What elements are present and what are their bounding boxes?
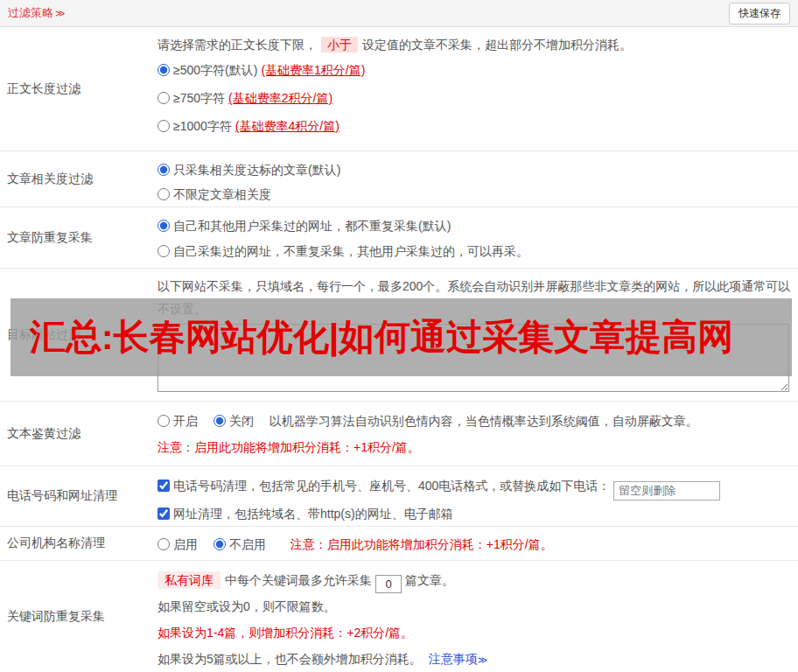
relevance-any-radio[interactable] — [158, 188, 170, 200]
relevance-strict-label: 只采集相关度达标的文章(默认) — [173, 163, 340, 177]
chevron-down-icon: ≫ — [55, 8, 66, 18]
porn-filter-desc: 以机器学习算法自动识别色情内容，当色情概率达到系统阈值，自动屏蔽文章。 — [270, 414, 698, 428]
page-title[interactable]: 过滤策略≫ — [8, 5, 66, 21]
dedup-self-only-radio[interactable] — [158, 245, 170, 257]
row-phone-cleanup: 电话号码和网址清理 电话号码清理，包括常见的手机号、座机号、400电话格式，或替… — [0, 466, 798, 527]
length-filter-intro: 请选择需求的正文长度下限，小于设定值的文章不采集，超出部分不增加积分消耗。 — [158, 33, 791, 56]
chevron-down-icon: ≫ — [478, 654, 488, 665]
keyword-note-zero: 如果留空或设为0，则不限篇数。 — [158, 593, 791, 620]
row-dedup-filter: 文章防重复采集 自己和其他用户采集过的网址，都不重复采集(默认) 自己采集过的网… — [0, 207, 798, 269]
row-company-cleanup: 公司机构名称清理 启用 不启用 注意：启用此功能将增加积分消耗：+1积分/篇。 — [0, 527, 798, 561]
company-on-radio[interactable] — [158, 538, 170, 550]
porn-on-label: 开启 — [173, 414, 198, 428]
site-filter-desc: 以下网站不采集，只填域名，每行一个，最多200个。系统会自动识别并屏蔽那些非文章… — [158, 275, 791, 320]
keyword-limit-suffix: 篇文章。 — [405, 573, 454, 587]
relevance-option-row: 不限定文章相关度 — [158, 182, 791, 206]
length-intro-highlight: 小于 — [321, 37, 358, 52]
length-intro-post: 设定值的文章不采集，超出部分不增加积分消耗。 — [362, 38, 632, 52]
keyword-limit-text: 中每个关键词最多允许采集 — [225, 573, 372, 587]
row-site-filter: 目标网站过滤 以下网站不采集，只填域名，每行一个，最多200个。系统会自动识别并… — [0, 269, 798, 402]
relevance-strict-radio[interactable] — [158, 164, 170, 176]
row-porn-filter: 文本鉴黄过滤 开启 关闭 以机器学习算法自动识别色情内容，当色情概率达到系统阈值… — [0, 402, 798, 466]
porn-off-label: 关闭 — [229, 414, 254, 428]
site-blacklist-textarea[interactable] — [158, 324, 789, 392]
length-intro-pre: 请选择需求的正文长度下限， — [158, 38, 317, 52]
phone-cleanup-row: 电话号码清理，包括常见的手机号、座机号、400电话格式，或替换成如下电话： — [158, 472, 791, 500]
relevance-option-row: 只采集相关度达标的文章(默认) — [158, 158, 791, 182]
company-off-label: 不启用 — [229, 537, 266, 551]
porn-option-row: 开启 关闭 以机器学习算法自动识别色情内容，当色情概率达到系统阈值，自动屏蔽文章… — [158, 408, 791, 434]
length-option-500-rate: (基础费率1积分/篇) — [261, 63, 365, 77]
porn-on-radio[interactable] — [158, 415, 170, 427]
url-cleanup-label: 网址清理，包括纯域名、带http(s)的网址、电子邮箱 — [173, 507, 453, 521]
row-label-keyword-dedup: 关键词防重复采集 — [0, 561, 158, 672]
replace-phone-input[interactable] — [613, 481, 720, 500]
row-length-filter: 正文长度过滤 请选择需求的正文长度下限，小于设定值的文章不采集，超出部分不增加积… — [0, 27, 798, 151]
keyword-limit-row: 私有词库中每个关键词最多允许采集篇文章。 — [158, 567, 791, 593]
row-label-phone-cleanup: 电话号码和网址清理 — [0, 466, 158, 526]
dedup-self-only-label: 自己采集过的网址，不重复采集，其他用户采集过的，可以再采。 — [173, 244, 528, 258]
company-option-row: 启用 不启用 注意：启用此功能将增加积分消耗：+1积分/篇。 — [158, 535, 791, 554]
row-relevance-filter: 文章相关度过滤 只采集相关度达标的文章(默认) 不限定文章相关度 — [0, 151, 798, 207]
company-on-label: 启用 — [173, 537, 198, 551]
length-option-750-radio[interactable] — [158, 92, 170, 104]
keyword-note-five: 如果设为5篇或以上，也不会额外增加积分消耗。注意事项≫ — [158, 646, 791, 672]
notice-link-text: 注意事项 — [429, 652, 478, 666]
length-option-row: ≥1000字符(基础费率4积分/篇) — [158, 112, 791, 140]
length-option-750-label: ≥750字符 — [173, 91, 225, 105]
row-keyword-dedup: 关键词防重复采集 私有词库中每个关键词最多允许采集篇文章。 如果留空或设为0，则… — [0, 561, 798, 672]
notice-link[interactable]: 注意事项≫ — [429, 652, 488, 666]
phone-cleanup-label: 电话号码清理，包括常见的手机号、座机号、400电话格式，或替换成如下电话： — [173, 479, 610, 493]
length-option-1000-radio[interactable] — [158, 120, 170, 132]
porn-filter-note: 注意：启用此功能将增加积分消耗：+1积分/篇。 — [158, 434, 791, 460]
page-title-text: 过滤策略 — [8, 6, 53, 19]
length-option-row: ≥500字符(默认)(基础费率1积分/篇) — [158, 56, 791, 84]
company-cleanup-note: 注意：启用此功能将增加积分消耗：+1积分/篇。 — [290, 537, 553, 551]
row-label-relevance-filter: 文章相关度过滤 — [0, 151, 158, 206]
row-label-company-cleanup: 公司机构名称清理 — [0, 527, 158, 560]
dedup-all-users-radio[interactable] — [158, 220, 170, 232]
private-lexicon-tag: 私有词库 — [158, 571, 220, 589]
row-label-porn-filter: 文本鉴黄过滤 — [0, 402, 158, 466]
url-cleanup-row: 网址清理，包括纯域名、带http(s)的网址、电子邮箱 — [158, 500, 791, 528]
length-option-500-radio[interactable] — [158, 64, 170, 76]
company-off-radio[interactable] — [214, 538, 226, 550]
dedup-option-row: 自己采集过的网址，不重复采集，其他用户采集过的，可以再采。 — [158, 239, 791, 264]
quick-save-button[interactable]: 快速保存 — [729, 3, 790, 24]
dedup-all-users-label: 自己和其他用户采集过的网址，都不重复采集(默认) — [173, 219, 451, 233]
phone-cleanup-checkbox[interactable] — [158, 480, 170, 492]
url-cleanup-checkbox[interactable] — [158, 508, 170, 520]
row-label-length-filter: 正文长度过滤 — [0, 27, 158, 150]
row-label-site-filter: 目标网站过滤 — [0, 269, 158, 401]
keyword-note-cost: 如果设为1-4篇，则增加积分消耗：+2积分/篇。 — [158, 620, 791, 646]
length-option-750-rate: (基础费率2积分/篇) — [228, 91, 332, 105]
row-label-dedup-filter: 文章防重复采集 — [0, 207, 158, 268]
relevance-any-label: 不限定文章相关度 — [173, 187, 271, 201]
length-option-500-label: ≥500字符(默认) — [173, 63, 257, 77]
porn-off-radio[interactable] — [214, 415, 226, 427]
topbar: 过滤策略≫ 快速保存 — [0, 0, 798, 27]
length-option-1000-label: ≥1000字符 — [173, 119, 232, 133]
length-option-row: ≥750字符(基础费率2积分/篇) — [158, 84, 791, 112]
length-option-1000-rate: (基础费率4积分/篇) — [235, 119, 340, 133]
dedup-option-row: 自己和其他用户采集过的网址，都不重复采集(默认) — [158, 214, 791, 239]
keyword-limit-input[interactable] — [375, 575, 402, 593]
keyword-note-five-text: 如果设为5篇或以上，也不会额外增加积分消耗。 — [158, 652, 422, 666]
